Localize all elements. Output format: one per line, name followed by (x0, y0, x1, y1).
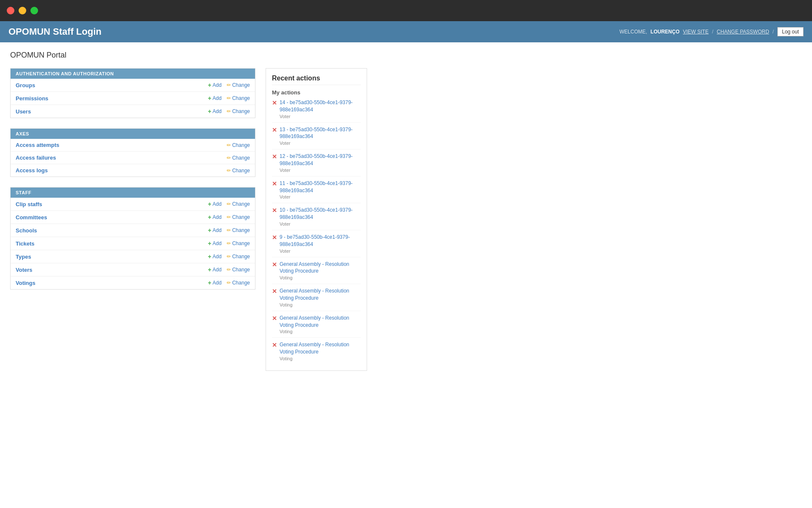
section-row-actions: + Add✏ Change (208, 279, 250, 286)
change-link[interactable]: ✏ Change (227, 280, 250, 286)
titlebar (0, 0, 812, 21)
section-row-actions: + Add✏ Change (208, 266, 250, 273)
add-link[interactable]: + Add (208, 253, 222, 260)
app-title: OPOMUN Staff Login (8, 22, 102, 41)
minimize-button[interactable] (19, 7, 26, 14)
change-link[interactable]: ✏ Change (227, 82, 250, 88)
action-content: 11 - be75ad30-550b-4ce1-9379-988e169ac36… (280, 180, 361, 200)
change-link[interactable]: ✏ Change (227, 155, 250, 161)
section-staff: STAFFClip staffs+ Add✏ ChangeCommittees+… (10, 187, 255, 290)
add-link[interactable]: + Add (208, 82, 222, 88)
section-row-label[interactable]: Users (16, 108, 31, 115)
action-content: 10 - be75ad30-550b-4ce1-9379-988e169ac36… (280, 207, 361, 226)
add-link[interactable]: + Add (208, 214, 222, 221)
action-item: ✕General Assembly - Resolution Voting Pr… (272, 341, 361, 364)
section-body-staff: Clip staffs+ Add✏ ChangeCommittees+ Add✏… (11, 198, 255, 289)
section-row-label[interactable]: Groups (16, 82, 35, 88)
portal-title: OPOMUN Portal (10, 51, 802, 60)
add-link[interactable]: + Add (208, 108, 222, 115)
action-text[interactable]: 10 - be75ad30-550b-4ce1-9379-988e169ac36… (280, 207, 361, 221)
action-text[interactable]: 13 - be75ad30-550b-4ce1-9379-988e169ac36… (280, 126, 361, 141)
action-text[interactable]: 11 - be75ad30-550b-4ce1-9379-988e169ac36… (280, 180, 361, 194)
change-link[interactable]: ✏ Change (227, 108, 250, 114)
action-item: ✕10 - be75ad30-550b-4ce1-9379-988e169ac3… (272, 207, 361, 230)
view-site-link[interactable]: VIEW SITE (683, 29, 709, 35)
section-row: Clip staffs+ Add✏ Change (11, 198, 255, 211)
action-content: General Assembly - Resolution Voting Pro… (280, 287, 361, 307)
plus-icon: + (208, 279, 211, 286)
section-row-label[interactable]: Permissions (16, 95, 48, 102)
change-link[interactable]: ✏ Change (227, 214, 250, 220)
delete-icon: ✕ (272, 288, 277, 295)
section-row-label[interactable]: Voters (16, 267, 33, 273)
section-header-axes: AXES (11, 129, 255, 139)
plus-icon: + (208, 240, 211, 247)
section-row-actions: + Add✏ Change (208, 108, 250, 115)
add-link[interactable]: + Add (208, 240, 222, 247)
pencil-icon: ✏ (227, 155, 231, 161)
pencil-icon: ✏ (227, 227, 231, 233)
action-text[interactable]: 12 - be75ad30-550b-4ce1-9379-988e169ac36… (280, 153, 361, 167)
action-text[interactable]: General Assembly - Resolution Voting Pro… (280, 341, 361, 356)
section-row-label[interactable]: Access logs (16, 167, 48, 174)
add-link[interactable]: + Add (208, 227, 222, 234)
section-row: Users+ Add✏ Change (11, 105, 255, 118)
action-type: Voter (280, 248, 361, 254)
section-row-label[interactable]: Clip staffs (16, 201, 42, 207)
add-link[interactable]: + Add (208, 279, 222, 286)
section-row-actions: + Add✏ Change (208, 253, 250, 260)
logout-button[interactable]: Log out (777, 27, 804, 36)
action-item: ✕12 - be75ad30-550b-4ce1-9379-988e169ac3… (272, 153, 361, 177)
action-type: Voter (280, 194, 361, 199)
section-header-staff: STAFF (11, 188, 255, 198)
separator2: / (773, 29, 774, 35)
action-content: 13 - be75ad30-550b-4ce1-9379-988e169ac36… (280, 126, 361, 146)
maximize-button[interactable] (30, 7, 38, 14)
change-link[interactable]: ✏ Change (227, 267, 250, 273)
add-link[interactable]: + Add (208, 201, 222, 207)
change-link[interactable]: ✏ Change (227, 254, 250, 260)
plus-icon: + (208, 227, 211, 234)
action-item: ✕13 - be75ad30-550b-4ce1-9379-988e169ac3… (272, 126, 361, 150)
section-row-label[interactable]: Types (16, 254, 31, 260)
change-link[interactable]: ✏ Change (227, 142, 250, 148)
change-link[interactable]: ✏ Change (227, 168, 250, 174)
section-row-actions: ✏ Change (227, 155, 250, 161)
delete-icon: ✕ (272, 261, 277, 268)
add-link[interactable]: + Add (208, 95, 222, 102)
change-link[interactable]: ✏ Change (227, 227, 250, 233)
section-row-label[interactable]: Access attempts (16, 142, 59, 148)
section-row-label[interactable]: Committees (16, 214, 47, 221)
action-type: Voting (280, 302, 361, 307)
pencil-icon: ✏ (227, 108, 231, 114)
change-password-link[interactable]: CHANGE PASSWORD (717, 29, 769, 35)
section-row-label[interactable]: Votings (16, 280, 36, 286)
delete-icon: ✕ (272, 127, 277, 133)
action-type: Voting (280, 356, 361, 361)
plus-icon: + (208, 266, 211, 273)
action-text[interactable]: General Assembly - Resolution Voting Pro… (280, 261, 361, 275)
change-link[interactable]: ✏ Change (227, 201, 250, 207)
section-row: Tickets+ Add✏ Change (11, 237, 255, 250)
change-link[interactable]: ✏ Change (227, 240, 250, 246)
section-row: Types+ Add✏ Change (11, 250, 255, 263)
action-content: 12 - be75ad30-550b-4ce1-9379-988e169ac36… (280, 153, 361, 173)
add-link[interactable]: + Add (208, 266, 222, 273)
section-row-label[interactable]: Schools (16, 227, 37, 234)
section-row-actions: + Add✏ Change (208, 227, 250, 234)
topbar-right: WELCOME, LOURENÇO VIEW SITE / CHANGE PAS… (620, 27, 804, 36)
close-button[interactable] (7, 7, 14, 14)
action-text[interactable]: General Assembly - Resolution Voting Pro… (280, 315, 361, 329)
section-row-label[interactable]: Access failures (16, 155, 56, 161)
left-panel: AUTHENTICATION AND AUTHORIZATIONGroups+ … (10, 68, 255, 371)
action-text[interactable]: General Assembly - Resolution Voting Pro… (280, 287, 361, 302)
action-text[interactable]: 9 - be75ad30-550b-4ce1-9379-988e169ac364 (280, 234, 361, 248)
change-link[interactable]: ✏ Change (227, 95, 250, 101)
delete-icon: ✕ (272, 207, 277, 214)
action-item: ✕14 - be75ad30-550b-4ce1-9379-988e169ac3… (272, 99, 361, 123)
action-text[interactable]: 14 - be75ad30-550b-4ce1-9379-988e169ac36… (280, 99, 361, 113)
section-row-label[interactable]: Tickets (16, 240, 35, 247)
plus-icon: + (208, 253, 211, 260)
pencil-icon: ✏ (227, 240, 231, 246)
section-body-auth: Groups+ Add✏ ChangePermissions+ Add✏ Cha… (11, 79, 255, 118)
